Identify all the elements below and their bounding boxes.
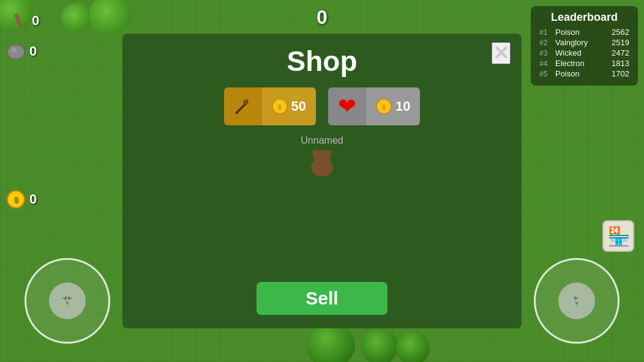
joystick-left-inner: ◀ ▶▼ (49, 283, 86, 319)
wood-value: 0 (32, 13, 39, 29)
axe-icon (224, 87, 262, 125)
coin-value: 0 (29, 191, 37, 207)
bear-body (311, 158, 333, 177)
svg-text:$: $ (14, 196, 18, 204)
joystick-right-outer: ▶▼ (534, 258, 620, 344)
joystick-left[interactable]: ◀ ▶▼ (24, 258, 110, 344)
svg-point-2 (11, 48, 17, 53)
stone-value: 0 (29, 43, 37, 59)
svg-rect-0 (14, 13, 23, 29)
leaderboard-row: #5 Poison 1702 (539, 69, 629, 78)
leaderboard-rows: #1 Poison 2562 #2 Vainglory 2519 #3 Wick… (539, 28, 629, 78)
joystick-left-arrows: ◀ ▶▼ (62, 295, 73, 306)
shop-title: Shop (287, 45, 358, 78)
lb-name-1: Vainglory (555, 38, 604, 47)
player-character (309, 150, 335, 177)
coin-icon-hud: $ (6, 190, 26, 209)
open-shop-button[interactable]: 🏪 (602, 220, 634, 252)
joystick-right[interactable]: ▶▼ (534, 258, 620, 344)
lb-score-4: 1702 (606, 69, 629, 78)
axe-price: $ 50 (262, 87, 316, 125)
lb-name-2: Wicked (555, 48, 604, 57)
sell-button[interactable]: Sell (256, 282, 387, 315)
joystick-left-outer: ◀ ▶▼ (24, 258, 110, 344)
heart-icon: ❤ (328, 87, 366, 125)
leaderboard-row: #2 Vainglory 2519 (539, 38, 629, 47)
lb-rank-2: #3 (539, 49, 553, 57)
shop-modal: Shop ✕ $ 50 ❤ $ 10 (122, 34, 522, 328)
heart-price: $ 10 (366, 87, 420, 125)
player-name-label: Unnamed (301, 135, 343, 146)
shop-close-button[interactable]: ✕ (492, 42, 511, 64)
joystick-right-inner: ▶▼ (558, 283, 595, 319)
store-icon: 🏪 (607, 226, 630, 247)
lb-score-1: 2519 (606, 38, 629, 47)
lb-name-3: Electron (555, 59, 604, 68)
lb-rank-1: #2 (539, 39, 553, 47)
leaderboard-title: Leaderboard (539, 11, 629, 24)
shop-item-axe[interactable]: $ 50 (224, 87, 316, 125)
stone-icon (6, 42, 26, 61)
coin-counter: $ 0 (6, 190, 37, 209)
tree-2 (61, 3, 92, 32)
stone-counter: 0 (6, 42, 37, 61)
lb-rank-4: #5 (539, 70, 553, 78)
shop-item-heart[interactable]: ❤ $ 10 (328, 87, 420, 125)
leaderboard-panel: Leaderboard #1 Poison 2562 #2 Vainglory … (531, 6, 638, 86)
lb-score-0: 2562 (606, 28, 629, 37)
tree-6 (396, 331, 430, 362)
svg-text:$: $ (382, 104, 386, 111)
leaderboard-row: #3 Wicked 2472 (539, 48, 629, 57)
shop-items-container: $ 50 ❤ $ 10 (224, 87, 421, 125)
lb-rank-0: #1 (539, 28, 553, 37)
score-display: 0 (316, 6, 328, 29)
lb-rank-3: #4 (539, 59, 553, 68)
joystick-right-arrows: ▶▼ (574, 295, 580, 306)
leaderboard-row: #1 Poison 2562 (539, 28, 629, 37)
lb-score-3: 1813 (606, 59, 629, 68)
tree-5 (361, 328, 398, 362)
lb-score-2: 2472 (606, 48, 629, 57)
leaderboard-row: #4 Electron 1813 (539, 59, 629, 68)
lb-name-0: Poison (555, 28, 604, 37)
wood-icon (9, 11, 28, 31)
svg-text:$: $ (278, 104, 282, 111)
wood-counter: 0 (9, 11, 39, 31)
lb-name-4: Poison (555, 69, 604, 78)
